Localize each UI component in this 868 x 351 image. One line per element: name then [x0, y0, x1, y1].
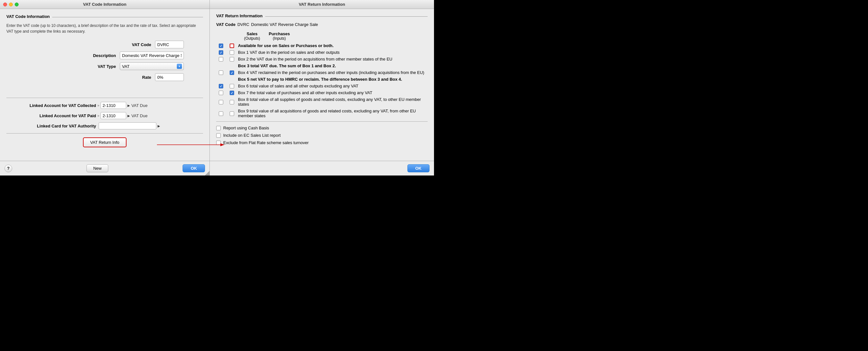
cb-label-9: Box 8 total value of all supplies of goo…	[238, 97, 428, 107]
ec-sales-row: Include on EC Sales List report	[216, 133, 428, 138]
checkbox-row-5: Box 4 VAT reclaimed in the period on pur…	[216, 70, 428, 75]
vat-code-label: VAT Code	[110, 42, 151, 47]
description-row: Description	[6, 52, 203, 59]
sales-checkbox-8[interactable]	[219, 91, 223, 95]
ec-sales-label: Include on EC Sales List report	[223, 133, 281, 138]
ec-sales-checkbox[interactable]	[216, 133, 221, 138]
cb-purchases-3	[227, 57, 237, 62]
vat-code-input[interactable]	[155, 41, 184, 49]
linked-card-label: Linked Card for VAT Authority	[19, 124, 96, 128]
sales-checkbox-1[interactable]	[219, 43, 223, 48]
col-purchases-header: Purchases	[265, 31, 294, 36]
left-section-title: VAT Code Information	[6, 14, 50, 19]
resize-grip[interactable]	[205, 171, 210, 176]
right-section-title: VAT Return Information	[216, 13, 262, 18]
linked-card-arrow-icon: ▶	[158, 124, 160, 128]
cb-sales-10	[216, 111, 226, 116]
cash-basis-row: Report using Cash Basis	[216, 126, 428, 130]
section-divider	[52, 17, 203, 17]
cb-purchases-1	[227, 43, 237, 48]
right-section-header: VAT Return Information	[216, 13, 428, 20]
linked-card-row: Linked Card for VAT Authority ▶	[6, 122, 203, 129]
flat-rate-checkbox[interactable]	[216, 140, 221, 145]
linked-collected-value: VAT Due	[131, 103, 148, 108]
left-bottom-bar: ? New OK	[0, 161, 210, 176]
checkbox-row-3: Box 2 the VAT due in the period on acqui…	[216, 57, 428, 62]
title-bar-right: VAT Return Information	[210, 0, 434, 9]
traffic-lights	[3, 3, 19, 6]
cb-label-5: Box 4 VAT reclaimed in the period on pur…	[238, 70, 428, 75]
sales-checkbox-3[interactable]	[219, 57, 223, 62]
new-button[interactable]: New	[87, 164, 108, 172]
vat-code-row: VAT Code	[6, 41, 203, 49]
cb-sales-2	[216, 50, 226, 55]
linked-collected-row: Linked Account for VAT Collected » ▶ VAT…	[6, 102, 203, 109]
right-bottom-bar: OK	[210, 161, 434, 176]
purchases-checkbox-7[interactable]	[230, 84, 234, 88]
purchases-checkbox-5[interactable]	[230, 70, 234, 75]
cb-sales-1	[216, 43, 226, 48]
cb-purchases-5	[227, 70, 237, 75]
linked-paid-chevron: »	[97, 114, 99, 118]
sales-checkbox-9[interactable]	[219, 100, 223, 104]
left-panel: VAT Code Information VAT Code Informatio…	[0, 0, 210, 176]
ok-button-right[interactable]: OK	[407, 164, 430, 172]
checkbox-row-10: Box 9 total value of all acquisitions of…	[216, 108, 428, 118]
left-content: VAT Code Information Enter the VAT code …	[0, 9, 210, 161]
rate-label: Rate	[110, 75, 151, 80]
cb-purchases-7	[227, 84, 237, 88]
purchases-checkbox-9[interactable]	[230, 100, 234, 104]
sales-checkbox-2[interactable]	[219, 50, 223, 55]
ok-button-left[interactable]: OK	[183, 164, 205, 172]
checkbox-row-2: Box 1 VAT due in the period on sales and…	[216, 50, 428, 55]
linked-card-input[interactable]	[99, 122, 156, 129]
cb-label-6: Box 5 net VAT to pay to HMRC or reclaim.…	[238, 77, 428, 82]
cb-sales-5	[216, 70, 226, 75]
vat-type-row: VAT Type VAT	[6, 62, 203, 70]
cb-label-4: Box 3 total VAT due. The sum of Box 1 an…	[238, 63, 428, 68]
checkbox-row-8: Box 7 the total value of purchases and a…	[216, 90, 428, 95]
purchases-checkbox-1[interactable]	[230, 43, 234, 48]
rate-input[interactable]	[155, 73, 184, 81]
purchases-checkbox-8[interactable]	[230, 91, 234, 95]
title-bar-left: VAT Code Information	[0, 0, 210, 9]
maximize-button[interactable]	[15, 3, 19, 6]
col-purchases-sub: (Inputs)	[265, 36, 294, 41]
right-section-divider	[265, 16, 428, 17]
cb-label-3: Box 2 the VAT due in the period on acqui…	[238, 57, 428, 62]
vat-return-info-button[interactable]: VAT Return Info	[83, 137, 126, 147]
sales-checkbox-10[interactable]	[219, 111, 223, 116]
right-vat-code-desc: Domestic VAT Reverse Charge Sale	[251, 22, 318, 27]
bottom-checks-divider	[216, 121, 428, 122]
purchases-checkbox-3[interactable]	[230, 57, 234, 62]
cash-basis-checkbox[interactable]	[216, 126, 221, 130]
flat-rate-row: Exclude from Flat Rate scheme sales turn…	[216, 140, 428, 145]
description-label: Description	[74, 53, 116, 58]
cb-label-10: Box 9 total value of all acquisitions of…	[238, 108, 428, 118]
description-input[interactable]	[120, 52, 184, 59]
cb-sales-7	[216, 84, 226, 88]
col-sales-sub: (Outputs)	[239, 36, 265, 41]
close-button[interactable]	[3, 3, 7, 6]
linked-collected-input[interactable]	[100, 102, 126, 109]
cb-purchases-8	[227, 90, 237, 95]
linked-paid-row: Linked Account for VAT Paid » ▶ VAT Due	[6, 112, 203, 119]
cb-purchases-2	[227, 50, 237, 55]
cb-label-8: Box 7 the total value of purchases and a…	[238, 90, 428, 95]
cb-label-7: Box 6 total value of sales and all other…	[238, 84, 428, 88]
purchases-checkbox-2[interactable]	[230, 50, 234, 55]
vat-type-select[interactable]: VAT	[120, 62, 184, 70]
minimize-button[interactable]	[9, 3, 13, 6]
checkbox-row-1: Available for use on Sales or Purchases …	[216, 43, 428, 48]
linked-paid-input[interactable]	[100, 112, 126, 119]
sales-checkbox-7[interactable]	[219, 84, 223, 88]
form-divider	[6, 98, 203, 98]
left-title: VAT Code Information	[83, 2, 126, 7]
cb-purchases-9	[227, 100, 237, 104]
cb-sales-3	[216, 57, 226, 62]
sales-checkbox-5[interactable]	[219, 70, 223, 75]
linked-collected-chevron: »	[97, 103, 99, 107]
cb-label-1: Available for use on Sales or Purchases …	[238, 43, 428, 48]
purchases-checkbox-10[interactable]	[230, 111, 234, 116]
help-button[interactable]: ?	[4, 165, 12, 172]
